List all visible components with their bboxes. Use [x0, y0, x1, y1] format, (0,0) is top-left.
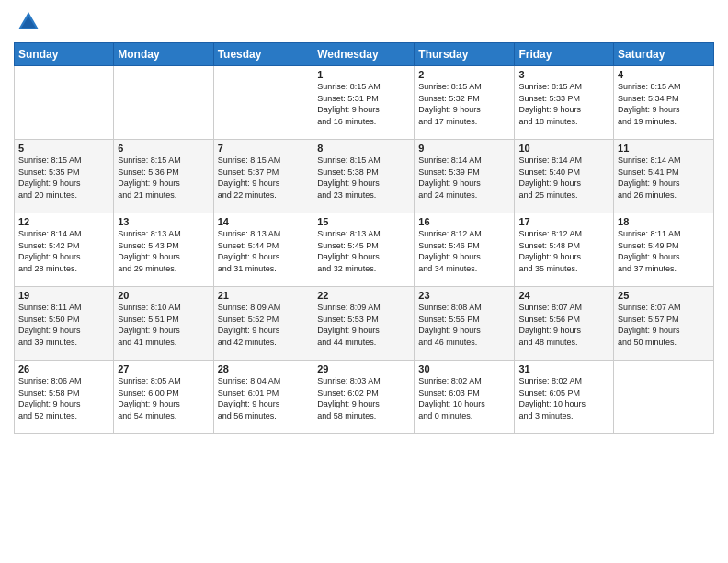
logo-icon [16, 9, 41, 35]
header-thursday: Thursday [415, 43, 515, 66]
day-info: Sunrise: 8:07 AMSunset: 5:57 PMDaylight:… [618, 302, 710, 348]
day-info: Sunrise: 8:14 AMSunset: 5:42 PMDaylight:… [18, 228, 109, 274]
day-number: 27 [118, 363, 209, 374]
day-number: 23 [418, 290, 510, 301]
day-number: 7 [218, 143, 310, 154]
day-number: 9 [418, 143, 510, 154]
day-info: Sunrise: 8:15 AMSunset: 5:34 PMDaylight:… [618, 81, 710, 127]
day-number: 14 [218, 216, 310, 227]
day-cell: 18Sunrise: 8:11 AMSunset: 5:49 PMDayligh… [614, 213, 714, 287]
day-info: Sunrise: 8:13 AMSunset: 5:43 PMDaylight:… [118, 228, 209, 274]
day-info: Sunrise: 8:03 AMSunset: 6:02 PMDaylight:… [317, 375, 410, 421]
day-number: 6 [118, 143, 209, 154]
day-info: Sunrise: 8:14 AMSunset: 5:41 PMDaylight:… [618, 155, 710, 201]
header-friday: Friday [515, 43, 614, 66]
day-number: 31 [518, 363, 609, 374]
day-info: Sunrise: 8:05 AMSunset: 6:00 PMDaylight:… [118, 375, 209, 421]
header-row: SundayMondayTuesdayWednesdayThursdayFrid… [15, 43, 714, 66]
day-number: 30 [418, 363, 510, 374]
day-info: Sunrise: 8:15 AMSunset: 5:31 PMDaylight:… [317, 81, 410, 127]
week-row-4: 26Sunrise: 8:06 AMSunset: 5:58 PMDayligh… [15, 361, 714, 434]
day-cell: 17Sunrise: 8:12 AMSunset: 5:48 PMDayligh… [515, 213, 614, 287]
day-number: 26 [18, 363, 109, 374]
day-cell: 22Sunrise: 8:09 AMSunset: 5:53 PMDayligh… [313, 287, 415, 361]
day-cell: 5Sunrise: 8:15 AMSunset: 5:35 PMDaylight… [15, 140, 114, 213]
day-info: Sunrise: 8:06 AMSunset: 5:58 PMDaylight:… [18, 375, 109, 421]
day-cell: 29Sunrise: 8:03 AMSunset: 6:02 PMDayligh… [313, 361, 415, 434]
day-number: 19 [18, 290, 109, 301]
day-cell: 6Sunrise: 8:15 AMSunset: 5:36 PMDaylight… [114, 140, 213, 213]
day-cell: 30Sunrise: 8:02 AMSunset: 6:03 PMDayligh… [415, 361, 515, 434]
day-cell: 2Sunrise: 8:15 AMSunset: 5:32 PMDaylight… [415, 66, 515, 140]
day-info: Sunrise: 8:11 AMSunset: 5:50 PMDaylight:… [18, 302, 109, 348]
page-container: SundayMondayTuesdayWednesdayThursdayFrid… [0, 0, 728, 443]
day-info: Sunrise: 8:04 AMSunset: 6:01 PMDaylight:… [218, 375, 310, 421]
day-cell: 31Sunrise: 8:02 AMSunset: 6:05 PMDayligh… [515, 361, 614, 434]
header-sunday: Sunday [15, 43, 114, 66]
day-cell: 28Sunrise: 8:04 AMSunset: 6:01 PMDayligh… [213, 361, 313, 434]
day-number: 22 [317, 290, 410, 301]
day-info: Sunrise: 8:09 AMSunset: 5:53 PMDaylight:… [317, 302, 410, 348]
day-cell: 9Sunrise: 8:14 AMSunset: 5:39 PMDaylight… [415, 140, 515, 213]
day-cell: 15Sunrise: 8:13 AMSunset: 5:45 PMDayligh… [313, 213, 415, 287]
day-number: 20 [118, 290, 209, 301]
day-number: 21 [218, 290, 310, 301]
day-number: 29 [317, 363, 410, 374]
calendar: SundayMondayTuesdayWednesdayThursdayFrid… [14, 42, 714, 434]
day-cell [614, 361, 714, 434]
header-monday: Monday [114, 43, 213, 66]
day-cell: 8Sunrise: 8:15 AMSunset: 5:38 PMDaylight… [313, 140, 415, 213]
day-number: 10 [518, 143, 609, 154]
header-wednesday: Wednesday [313, 43, 415, 66]
day-number: 12 [18, 216, 109, 227]
day-number: 1 [317, 69, 410, 80]
day-cell: 11Sunrise: 8:14 AMSunset: 5:41 PMDayligh… [614, 140, 714, 213]
day-cell [114, 66, 213, 140]
day-info: Sunrise: 8:10 AMSunset: 5:51 PMDaylight:… [118, 302, 209, 348]
day-info: Sunrise: 8:15 AMSunset: 5:36 PMDaylight:… [118, 155, 209, 201]
day-cell: 14Sunrise: 8:13 AMSunset: 5:44 PMDayligh… [213, 213, 313, 287]
day-number: 16 [418, 216, 510, 227]
day-number: 11 [618, 143, 710, 154]
day-cell: 4Sunrise: 8:15 AMSunset: 5:34 PMDaylight… [614, 66, 714, 140]
header-tuesday: Tuesday [213, 43, 313, 66]
day-info: Sunrise: 8:13 AMSunset: 5:44 PMDaylight:… [218, 228, 310, 274]
day-number: 15 [317, 216, 410, 227]
day-cell: 20Sunrise: 8:10 AMSunset: 5:51 PMDayligh… [114, 287, 213, 361]
calendar-header: SundayMondayTuesdayWednesdayThursdayFrid… [15, 43, 714, 66]
day-number: 13 [118, 216, 209, 227]
day-cell: 23Sunrise: 8:08 AMSunset: 5:55 PMDayligh… [415, 287, 515, 361]
day-cell [15, 66, 114, 140]
day-number: 28 [218, 363, 310, 374]
header [14, 9, 714, 35]
day-cell: 21Sunrise: 8:09 AMSunset: 5:52 PMDayligh… [213, 287, 313, 361]
day-cell: 7Sunrise: 8:15 AMSunset: 5:37 PMDaylight… [213, 140, 313, 213]
day-number: 4 [618, 69, 710, 80]
day-info: Sunrise: 8:12 AMSunset: 5:46 PMDaylight:… [418, 228, 510, 274]
day-info: Sunrise: 8:02 AMSunset: 6:05 PMDaylight:… [518, 375, 609, 421]
day-info: Sunrise: 8:15 AMSunset: 5:32 PMDaylight:… [418, 81, 510, 127]
day-info: Sunrise: 8:13 AMSunset: 5:45 PMDaylight:… [317, 228, 410, 274]
week-row-2: 12Sunrise: 8:14 AMSunset: 5:42 PMDayligh… [15, 213, 714, 287]
calendar-body: 1Sunrise: 8:15 AMSunset: 5:31 PMDaylight… [15, 66, 714, 434]
day-info: Sunrise: 8:15 AMSunset: 5:38 PMDaylight:… [317, 155, 410, 201]
day-cell: 25Sunrise: 8:07 AMSunset: 5:57 PMDayligh… [614, 287, 714, 361]
day-number: 3 [518, 69, 609, 80]
day-cell: 12Sunrise: 8:14 AMSunset: 5:42 PMDayligh… [15, 213, 114, 287]
day-number: 17 [518, 216, 609, 227]
day-cell: 13Sunrise: 8:13 AMSunset: 5:43 PMDayligh… [114, 213, 213, 287]
day-cell: 16Sunrise: 8:12 AMSunset: 5:46 PMDayligh… [415, 213, 515, 287]
day-info: Sunrise: 8:09 AMSunset: 5:52 PMDaylight:… [218, 302, 310, 348]
day-info: Sunrise: 8:08 AMSunset: 5:55 PMDaylight:… [418, 302, 510, 348]
day-cell [213, 66, 313, 140]
day-number: 24 [518, 290, 609, 301]
day-info: Sunrise: 8:02 AMSunset: 6:03 PMDaylight:… [418, 375, 510, 421]
day-cell: 1Sunrise: 8:15 AMSunset: 5:31 PMDaylight… [313, 66, 415, 140]
day-number: 18 [618, 216, 710, 227]
week-row-1: 5Sunrise: 8:15 AMSunset: 5:35 PMDaylight… [15, 140, 714, 213]
day-info: Sunrise: 8:07 AMSunset: 5:56 PMDaylight:… [518, 302, 609, 348]
day-cell: 26Sunrise: 8:06 AMSunset: 5:58 PMDayligh… [15, 361, 114, 434]
day-number: 8 [317, 143, 410, 154]
day-number: 25 [618, 290, 710, 301]
day-number: 2 [418, 69, 510, 80]
